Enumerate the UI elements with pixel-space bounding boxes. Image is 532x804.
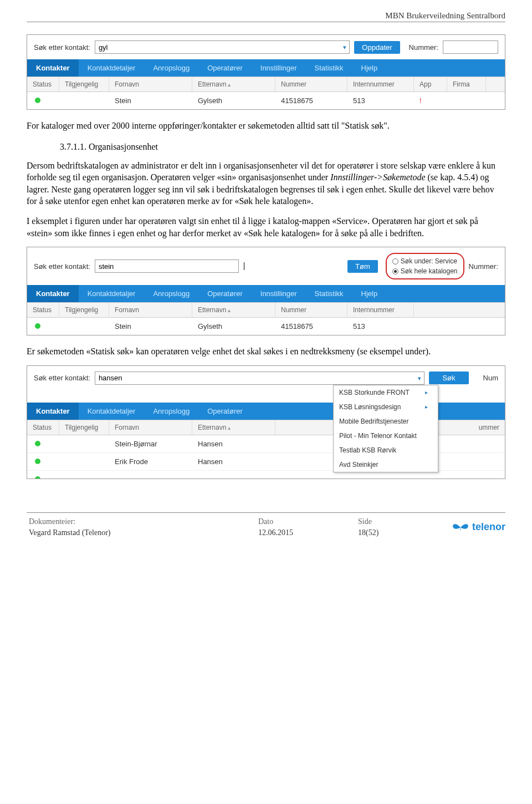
- col-internnummer[interactable]: Internnummer: [347, 303, 414, 317]
- nummer-input[interactable]: [443, 40, 498, 54]
- search-button[interactable]: Søk: [429, 372, 468, 384]
- tab-operatorer[interactable]: Operatører: [198, 285, 252, 302]
- tab-kontakter[interactable]: Kontakter: [27, 403, 79, 420]
- clear-button[interactable]: Tøm: [347, 260, 378, 273]
- col-tilgjengelig[interactable]: Tilgjengelig: [59, 77, 109, 91]
- figure-2-panel: Søk etter kontakt: Tøm Søk under: Servic…: [27, 247, 505, 335]
- footer-page-label: Side: [358, 517, 427, 526]
- radio-search-all[interactable]: Søk hele katalogen: [392, 267, 458, 275]
- status-cell: [27, 318, 59, 335]
- search-label: Søk etter kontakt:: [34, 262, 90, 271]
- figure-3-panel: Søk etter kontakt: ▾ Søk Num KSB Storkun…: [27, 365, 505, 479]
- col-status[interactable]: Status: [27, 420, 59, 435]
- paragraph-4: Er søkemetoden «Statisk søk» kan operatø…: [27, 345, 505, 358]
- tab-operatorer[interactable]: Operatører: [198, 59, 252, 77]
- columns-header: Status Tilgjengelig Fornavn Etternavn Nu…: [27, 77, 505, 92]
- columns-header: Status Tilgjengelig Fornavn Etternavn Nu…: [27, 302, 505, 318]
- status-cell: [27, 471, 59, 479]
- tab-operatorer[interactable]: Operatører: [198, 403, 252, 420]
- p2d: Neste gang operatøren logger seg inn vil…: [27, 185, 494, 206]
- dd-label: Avd Steinkjer: [339, 461, 378, 469]
- unit-dropdown-menu: KSB Storkunde FRONT▸ KSB Løsningsdesign▸…: [333, 385, 438, 472]
- col-etternavn[interactable]: Etternavn: [192, 420, 275, 435]
- tab-kontakter[interactable]: Kontakter: [27, 285, 79, 302]
- tab-statistikk[interactable]: Statistikk: [306, 285, 352, 302]
- paragraph-2: Dersom bedriftskatalogen av administrato…: [27, 160, 505, 207]
- header-rule: [27, 22, 505, 22]
- search-input[interactable]: [95, 372, 425, 385]
- dd-label: Pilot - Min Telenor Kontakt: [339, 432, 417, 440]
- tab-anropslogg[interactable]: Anropslogg: [144, 285, 198, 302]
- dropdown-item[interactable]: KSB Storkunde FRONT▸: [334, 385, 438, 400]
- col-tilgjengelig[interactable]: Tilgjengelig: [59, 420, 109, 435]
- table-row[interactable]: Stein Gylseth 41518675 513: [27, 318, 505, 335]
- radio-label: Søk under: Service: [401, 257, 457, 265]
- search-input[interactable]: [95, 40, 350, 54]
- col-internnummer[interactable]: Internnummer: [347, 77, 414, 91]
- tab-hjelp[interactable]: Hjelp: [352, 59, 387, 77]
- search-select-wrap: ▾: [95, 372, 425, 385]
- dd-label: KSB Storkunde FRONT: [339, 389, 410, 396]
- tilgjengelig-cell: [59, 318, 109, 335]
- telenor-propeller-icon: [451, 521, 470, 533]
- col-status[interactable]: Status: [27, 303, 59, 317]
- col-fornavn[interactable]: Fornavn: [109, 77, 192, 91]
- col-nummer[interactable]: Nummer: [275, 77, 347, 91]
- search-row: Søk etter kontakt: ▾ Oppdater Nummer:: [27, 35, 505, 59]
- doc-header-title: MBN Brukerveiledning Sentralbord: [27, 11, 505, 24]
- paragraph-3: I eksemplet i figuren under har operatør…: [27, 215, 505, 239]
- dropdown-item[interactable]: Pilot - Min Telenor Kontakt: [334, 429, 438, 443]
- intern-cell: 513: [347, 92, 414, 109]
- tab-anropslogg[interactable]: Anropslogg: [144, 403, 198, 420]
- dropdown-item[interactable]: Avd Steinkjer: [334, 457, 438, 472]
- tilgjengelig-cell: [59, 92, 109, 109]
- telenor-logo-text: telenor: [472, 521, 505, 533]
- tab-kontaktdetaljer[interactable]: Kontaktdetaljer: [79, 403, 145, 420]
- tab-innstillinger[interactable]: Innstillinger: [252, 285, 306, 302]
- footer-owner: Dokumenteier: Vegard Ramstad (Telenor): [27, 515, 256, 540]
- col-nummer[interactable]: Nummer: [275, 303, 347, 317]
- dd-label: Mobile Bedriftstjenester: [339, 418, 408, 425]
- dd-label: Testlab KSB Rørvik: [339, 446, 396, 454]
- update-button[interactable]: Oppdater: [354, 41, 400, 54]
- col-fornavn[interactable]: Fornavn: [109, 303, 192, 317]
- status-dot-icon: [35, 459, 40, 464]
- col-status[interactable]: Status: [27, 77, 59, 91]
- footer-page: Side 18(52): [356, 515, 433, 540]
- tab-statistikk[interactable]: Statistikk: [306, 59, 352, 77]
- radio-search-under[interactable]: Søk under: Service: [392, 257, 458, 265]
- tabs-row: Kontakter Kontaktdetaljer Anropslogg Ope…: [27, 59, 505, 77]
- etternavn-cell: Hansen: [192, 453, 275, 470]
- doc-title-text: MBN Brukerveiledning Sentralbord: [385, 11, 505, 20]
- p2b-italic: Innstillinger->Søkemetode: [330, 172, 425, 182]
- tab-innstillinger[interactable]: Innstillinger: [252, 59, 306, 77]
- radio-icon: [392, 258, 398, 264]
- paragraph-1: For kataloger med over 2000 interne oppf…: [27, 120, 505, 132]
- tab-kontakter[interactable]: Kontakter: [27, 59, 79, 77]
- dropdown-item[interactable]: Testlab KSB Rørvik: [334, 443, 438, 457]
- dropdown-item[interactable]: KSB Løsningsdesign▸: [334, 400, 438, 414]
- search-input[interactable]: [95, 259, 239, 273]
- tab-kontaktdetaljer[interactable]: Kontaktdetaljer: [79, 59, 145, 77]
- col-fornavn[interactable]: Fornavn: [109, 420, 192, 435]
- tab-hjelp[interactable]: Hjelp: [352, 285, 387, 302]
- col-tilgjengelig[interactable]: Tilgjengelig: [59, 303, 109, 317]
- table-row[interactable]: Stein Gylseth 41518675 513 !: [27, 92, 505, 109]
- figure-1-panel: Søk etter kontakt: ▾ Oppdater Nummer: Ko…: [27, 34, 505, 110]
- col-firma[interactable]: Firma: [447, 77, 486, 91]
- nummer-cell: 41518675: [275, 318, 347, 335]
- col-app[interactable]: App: [414, 77, 447, 91]
- radio-icon-checked: [392, 268, 398, 274]
- search-scope-radio-group: Søk under: Service Søk hele katalogen: [386, 253, 464, 279]
- footer-page-value: 18(52): [358, 528, 427, 537]
- text-cursor-icon: [244, 262, 244, 270]
- fornavn-cell: Stein: [109, 92, 192, 109]
- tab-kontaktdetaljer[interactable]: Kontaktdetaljer: [79, 285, 145, 302]
- tab-anropslogg[interactable]: Anropslogg: [144, 59, 198, 77]
- col-etternavn[interactable]: Etternavn: [192, 77, 275, 91]
- col-etternavn[interactable]: Etternavn: [192, 303, 275, 317]
- footer-date-label: Dato: [258, 517, 349, 526]
- footer-owner-value: Vegard Ramstad (Telenor): [29, 528, 249, 537]
- dropdown-item[interactable]: Mobile Bedriftstjenester: [334, 414, 438, 429]
- search-select-wrap: ▾: [95, 40, 350, 54]
